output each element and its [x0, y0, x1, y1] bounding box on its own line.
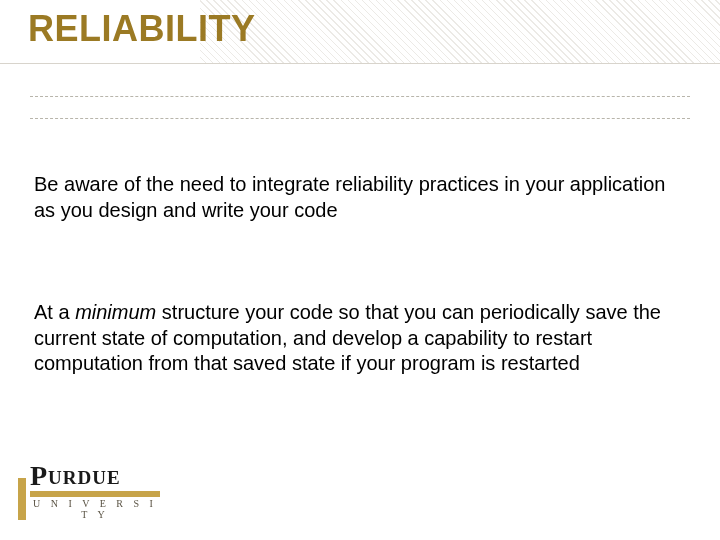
paragraph-2-emphasis: minimum	[75, 301, 156, 323]
logo-letter-p: P	[30, 462, 47, 490]
divider-line-1	[30, 96, 690, 97]
slide: RELIABILITY Be aware of the need to inte…	[0, 0, 720, 540]
logo-accent-strip	[18, 478, 26, 520]
logo-gold-bar	[30, 491, 160, 497]
paragraph-2-pre: At a	[34, 301, 75, 323]
paragraph-1: Be aware of the need to integrate reliab…	[34, 172, 670, 223]
paragraph-2: At a minimum structure your code so that…	[34, 300, 670, 377]
logo-urdue: URDUE	[48, 468, 121, 490]
logo-wordmark-row: P URDUE	[30, 462, 160, 490]
slide-title: RELIABILITY	[28, 8, 256, 50]
purdue-logo: P URDUE U N I V E R S I T Y	[30, 462, 160, 520]
divider-line-2	[30, 118, 690, 119]
logo-university-text: U N I V E R S I T Y	[30, 498, 160, 520]
